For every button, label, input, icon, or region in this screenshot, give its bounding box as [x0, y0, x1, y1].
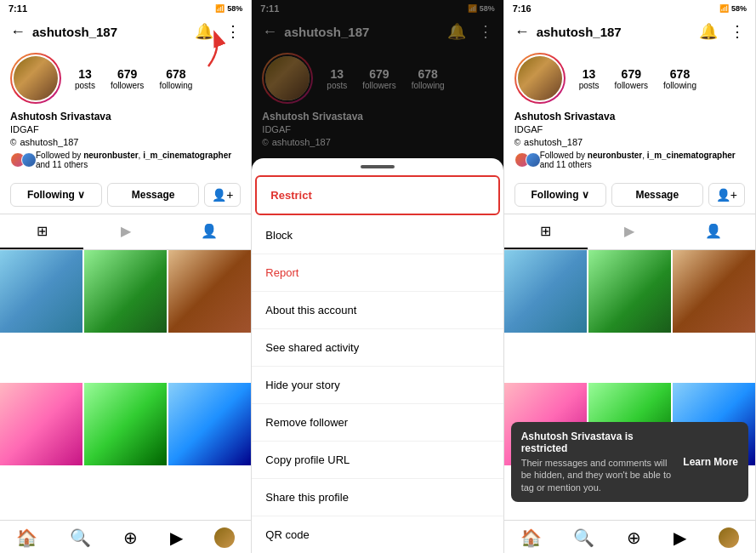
profile-section-3: 13 posts 679 followers 678 following Ash…: [504, 46, 755, 183]
followers-label-1: followers: [111, 81, 144, 90]
shared-activity-item[interactable]: See shared activity: [252, 329, 503, 367]
status-icons-3: 📶 58%: [719, 4, 747, 13]
photo-cell-3: [168, 250, 251, 333]
message-button-1[interactable]: Message: [107, 183, 199, 207]
status-bar-3: 7:16 📶 58%: [504, 0, 755, 17]
profile-avatar-nav-1[interactable]: [214, 527, 235, 548]
profile-top-1: 13 posts 679 followers 678 following: [10, 53, 241, 104]
following-label-3: following: [663, 81, 696, 90]
home-icon-1[interactable]: 🏠: [16, 527, 37, 548]
report-item[interactable]: Report: [252, 254, 503, 292]
toast-title: Ashutosh Srivastava is restricted: [521, 430, 677, 454]
followed-text-1: Followed by neuronbuster, i_m_cinematogr…: [36, 151, 241, 169]
profile-top-3: 13 posts 679 followers 678 following: [514, 53, 745, 104]
tab-tagged-1[interactable]: 👤: [168, 214, 251, 249]
stats-3: 13 posts 679 followers 678 following: [579, 67, 745, 90]
create-icon-3[interactable]: ⊕: [627, 527, 641, 548]
following-count-3: 678: [670, 67, 690, 81]
top-nav-1: ← ashutosh_187 🔔 ⋮: [0, 17, 251, 46]
search-icon-3[interactable]: 🔍: [573, 527, 594, 548]
photo-cell-3-2: [588, 250, 671, 333]
share-profile-item[interactable]: Share this profile: [252, 479, 503, 516]
at-icon-1: ©: [10, 138, 16, 147]
following-stat-3[interactable]: 678 following: [663, 67, 696, 90]
hide-story-item[interactable]: Hide your story: [252, 367, 503, 404]
reels-icon-1[interactable]: ▶: [170, 527, 183, 548]
profile-section-1: 13 posts 679 followers 678 following Ash…: [0, 46, 251, 183]
followers-count-1: 679: [117, 67, 137, 81]
posts-count-3: 13: [583, 67, 596, 81]
bottom-nav-1: 🏠 🔍 ⊕ ▶: [0, 520, 251, 553]
toast-notification: Ashutosh Srivastava is restricted Their …: [511, 422, 748, 502]
tab-grid-3[interactable]: ⊞: [504, 214, 588, 249]
status-time-1: 7:11: [9, 3, 27, 14]
profile-avatar-nav-3[interactable]: [719, 527, 739, 548]
more-icon-1[interactable]: ⋮: [225, 22, 241, 41]
panel-1-content: 13 posts 679 followers 678 following Ash…: [0, 46, 251, 553]
action-buttons-1: Following ∨ Message 👤+: [0, 183, 251, 214]
remove-follower-item[interactable]: Remove follower: [252, 404, 503, 442]
add-person-button-3[interactable]: 👤+: [708, 183, 745, 207]
username-row-1: © ashutosh_187: [10, 137, 241, 147]
photo-cell-4: [0, 383, 82, 465]
panel-1: 7:11 📶 58% ← ashutosh_187 🔔 ⋮: [0, 0, 252, 553]
bio-3: IDGAF: [514, 124, 745, 134]
create-icon-1[interactable]: ⊕: [123, 527, 138, 548]
following-stat-1[interactable]: 678 following: [159, 67, 192, 90]
nav-username-1: ashutosh_187: [32, 25, 188, 39]
message-button-3[interactable]: Message: [611, 183, 703, 207]
avatar-1: [10, 53, 61, 104]
reels-icon-3[interactable]: ▶: [674, 527, 686, 548]
panel-3: 7:16 📶 58% ← ashutosh_187 🔔 ⋮: [504, 0, 756, 553]
panel-2: 7:11 📶 58% ← ashutosh_187 🔔 ⋮ 13 posts: [252, 0, 503, 553]
tab-reels-1[interactable]: ▶: [83, 214, 167, 249]
tabs-1: ⊞ ▶ 👤: [0, 214, 251, 250]
nav-icons-3: 🔔 ⋮: [699, 22, 745, 41]
learn-more-button[interactable]: Learn More: [683, 456, 738, 468]
add-person-button-1[interactable]: 👤+: [204, 183, 241, 207]
status-bar-1: 7:11 📶 58%: [0, 0, 251, 17]
followers-stat-3[interactable]: 679 followers: [615, 67, 648, 90]
following-button-3[interactable]: Following ∨: [514, 183, 606, 207]
posts-label-3: posts: [579, 81, 600, 90]
search-icon-1[interactable]: 🔍: [70, 527, 91, 548]
status-icons-1: 📶 58%: [215, 4, 242, 13]
username-handle-1: ashutosh_187: [20, 137, 78, 147]
followed-text-3: Followed by neuronbuster, i_m_cinematogr…: [540, 151, 745, 169]
tab-reels-3[interactable]: ▶: [588, 214, 671, 249]
followers-count-3: 679: [622, 67, 641, 81]
tabs-3: ⊞ ▶ 👤: [504, 214, 755, 250]
following-count-1: 678: [166, 67, 185, 81]
profile-name-3: Ashutosh Srivastava: [514, 111, 745, 123]
avatar-3: [514, 53, 566, 104]
photo-cell-6: [168, 383, 251, 465]
followers-label-3: followers: [615, 81, 648, 90]
photo-cell-1: [0, 250, 82, 333]
stats-1: 13 posts 679 followers 678 following: [75, 67, 241, 90]
back-button-3[interactable]: ←: [514, 23, 530, 41]
block-item[interactable]: Block: [252, 217, 503, 254]
home-icon-3[interactable]: 🏠: [520, 527, 542, 548]
followed-by-3: Followed by neuronbuster, i_m_cinematogr…: [514, 151, 745, 169]
back-button-1[interactable]: ←: [10, 23, 26, 41]
following-label-1: following: [159, 81, 192, 90]
photo-cell-3-3: [673, 250, 755, 333]
toast-desc: Their messages and comments will be hidd…: [521, 457, 677, 493]
photo-cell-2: [84, 250, 167, 333]
more-icon-3[interactable]: ⋮: [730, 22, 745, 41]
bell-icon-3[interactable]: 🔔: [699, 22, 718, 41]
nav-username-3: ashutosh_187: [537, 25, 692, 39]
followers-stat-1[interactable]: 679 followers: [111, 67, 144, 90]
username-handle-3: ashutosh_187: [524, 137, 583, 147]
restrict-item[interactable]: Restrict: [255, 175, 499, 215]
following-button-1[interactable]: Following ∨: [10, 183, 102, 207]
copy-url-item[interactable]: Copy profile URL: [252, 442, 503, 479]
tab-grid-1[interactable]: ⊞: [0, 214, 83, 249]
about-account-item[interactable]: About this account: [252, 292, 503, 329]
qr-code-item[interactable]: QR code: [252, 516, 503, 553]
bell-icon-1[interactable]: 🔔: [195, 22, 213, 41]
tab-tagged-3[interactable]: 👤: [672, 214, 755, 249]
action-buttons-3: Following ∨ Message 👤+: [504, 183, 755, 214]
dropdown-overlay: Restrict Block Report About this account…: [252, 0, 503, 553]
photo-cell-3-1: [504, 250, 587, 333]
